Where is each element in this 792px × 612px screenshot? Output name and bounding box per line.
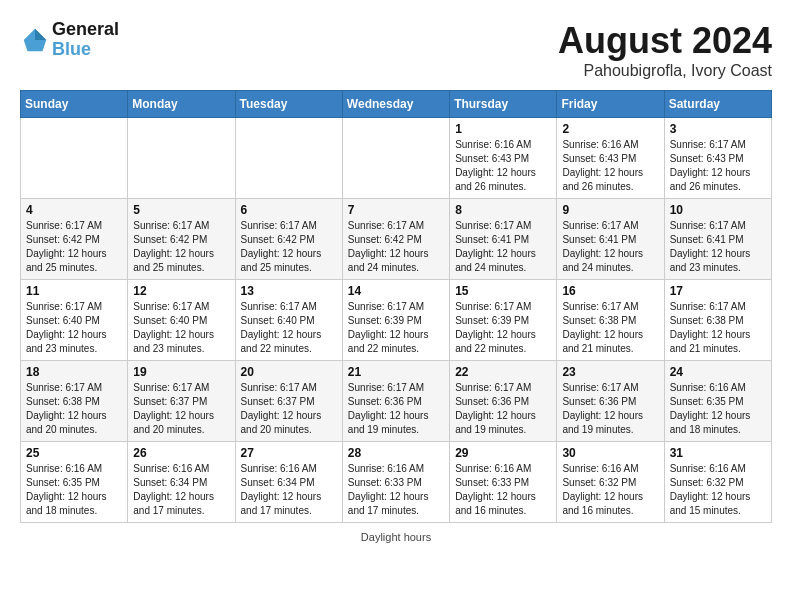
day-number: 11 xyxy=(26,284,122,298)
daylight-note: Daylight hours xyxy=(361,531,431,543)
calendar-cell: 29Sunrise: 6:16 AM Sunset: 6:33 PM Dayli… xyxy=(450,442,557,523)
day-number: 12 xyxy=(133,284,229,298)
col-header-sunday: Sunday xyxy=(21,91,128,118)
calendar-cell xyxy=(21,118,128,199)
footer-note: Daylight hours xyxy=(20,531,772,543)
day-number: 3 xyxy=(670,122,766,136)
day-info: Sunrise: 6:17 AM Sunset: 6:40 PM Dayligh… xyxy=(133,300,229,356)
day-info: Sunrise: 6:17 AM Sunset: 6:36 PM Dayligh… xyxy=(348,381,444,437)
calendar-cell: 13Sunrise: 6:17 AM Sunset: 6:40 PM Dayli… xyxy=(235,280,342,361)
calendar-cell: 24Sunrise: 6:16 AM Sunset: 6:35 PM Dayli… xyxy=(664,361,771,442)
day-number: 24 xyxy=(670,365,766,379)
logo: General Blue xyxy=(20,20,119,60)
day-info: Sunrise: 6:17 AM Sunset: 6:42 PM Dayligh… xyxy=(241,219,337,275)
calendar-week-row: 1Sunrise: 6:16 AM Sunset: 6:43 PM Daylig… xyxy=(21,118,772,199)
day-number: 7 xyxy=(348,203,444,217)
calendar-cell: 9Sunrise: 6:17 AM Sunset: 6:41 PM Daylig… xyxy=(557,199,664,280)
day-info: Sunrise: 6:16 AM Sunset: 6:35 PM Dayligh… xyxy=(26,462,122,518)
day-info: Sunrise: 6:17 AM Sunset: 6:42 PM Dayligh… xyxy=(26,219,122,275)
col-header-monday: Monday xyxy=(128,91,235,118)
day-info: Sunrise: 6:17 AM Sunset: 6:41 PM Dayligh… xyxy=(562,219,658,275)
day-number: 18 xyxy=(26,365,122,379)
day-info: Sunrise: 6:17 AM Sunset: 6:39 PM Dayligh… xyxy=(455,300,551,356)
calendar-header-row: SundayMondayTuesdayWednesdayThursdayFrid… xyxy=(21,91,772,118)
day-info: Sunrise: 6:17 AM Sunset: 6:40 PM Dayligh… xyxy=(241,300,337,356)
calendar-cell: 22Sunrise: 6:17 AM Sunset: 6:36 PM Dayli… xyxy=(450,361,557,442)
day-number: 29 xyxy=(455,446,551,460)
calendar-cell: 7Sunrise: 6:17 AM Sunset: 6:42 PM Daylig… xyxy=(342,199,449,280)
day-info: Sunrise: 6:17 AM Sunset: 6:39 PM Dayligh… xyxy=(348,300,444,356)
day-number: 2 xyxy=(562,122,658,136)
calendar-cell xyxy=(128,118,235,199)
calendar-cell: 12Sunrise: 6:17 AM Sunset: 6:40 PM Dayli… xyxy=(128,280,235,361)
col-header-thursday: Thursday xyxy=(450,91,557,118)
day-number: 28 xyxy=(348,446,444,460)
calendar-cell: 4Sunrise: 6:17 AM Sunset: 6:42 PM Daylig… xyxy=(21,199,128,280)
calendar-cell: 21Sunrise: 6:17 AM Sunset: 6:36 PM Dayli… xyxy=(342,361,449,442)
col-header-wednesday: Wednesday xyxy=(342,91,449,118)
day-info: Sunrise: 6:16 AM Sunset: 6:32 PM Dayligh… xyxy=(562,462,658,518)
location-title: Pahoubigrofla, Ivory Coast xyxy=(558,62,772,80)
calendar-cell: 3Sunrise: 6:17 AM Sunset: 6:43 PM Daylig… xyxy=(664,118,771,199)
calendar-cell: 31Sunrise: 6:16 AM Sunset: 6:32 PM Dayli… xyxy=(664,442,771,523)
day-number: 9 xyxy=(562,203,658,217)
day-info: Sunrise: 6:17 AM Sunset: 6:36 PM Dayligh… xyxy=(455,381,551,437)
day-number: 20 xyxy=(241,365,337,379)
day-info: Sunrise: 6:17 AM Sunset: 6:41 PM Dayligh… xyxy=(670,219,766,275)
day-number: 19 xyxy=(133,365,229,379)
day-number: 26 xyxy=(133,446,229,460)
day-number: 8 xyxy=(455,203,551,217)
day-number: 16 xyxy=(562,284,658,298)
day-info: Sunrise: 6:16 AM Sunset: 6:43 PM Dayligh… xyxy=(562,138,658,194)
day-info: Sunrise: 6:17 AM Sunset: 6:40 PM Dayligh… xyxy=(26,300,122,356)
day-info: Sunrise: 6:17 AM Sunset: 6:37 PM Dayligh… xyxy=(241,381,337,437)
calendar-cell: 23Sunrise: 6:17 AM Sunset: 6:36 PM Dayli… xyxy=(557,361,664,442)
day-info: Sunrise: 6:17 AM Sunset: 6:36 PM Dayligh… xyxy=(562,381,658,437)
col-header-tuesday: Tuesday xyxy=(235,91,342,118)
day-number: 31 xyxy=(670,446,766,460)
calendar-cell xyxy=(342,118,449,199)
calendar-table: SundayMondayTuesdayWednesdayThursdayFrid… xyxy=(20,90,772,523)
calendar-week-row: 4Sunrise: 6:17 AM Sunset: 6:42 PM Daylig… xyxy=(21,199,772,280)
day-number: 5 xyxy=(133,203,229,217)
day-number: 13 xyxy=(241,284,337,298)
calendar-cell xyxy=(235,118,342,199)
day-info: Sunrise: 6:16 AM Sunset: 6:43 PM Dayligh… xyxy=(455,138,551,194)
calendar-cell: 17Sunrise: 6:17 AM Sunset: 6:38 PM Dayli… xyxy=(664,280,771,361)
calendar-week-row: 11Sunrise: 6:17 AM Sunset: 6:40 PM Dayli… xyxy=(21,280,772,361)
day-info: Sunrise: 6:17 AM Sunset: 6:42 PM Dayligh… xyxy=(348,219,444,275)
title-block: August 2024 Pahoubigrofla, Ivory Coast xyxy=(558,20,772,80)
day-number: 10 xyxy=(670,203,766,217)
day-number: 21 xyxy=(348,365,444,379)
col-header-saturday: Saturday xyxy=(664,91,771,118)
logo-icon xyxy=(20,25,50,55)
calendar-cell: 10Sunrise: 6:17 AM Sunset: 6:41 PM Dayli… xyxy=(664,199,771,280)
day-info: Sunrise: 6:16 AM Sunset: 6:33 PM Dayligh… xyxy=(455,462,551,518)
calendar-cell: 19Sunrise: 6:17 AM Sunset: 6:37 PM Dayli… xyxy=(128,361,235,442)
calendar-week-row: 25Sunrise: 6:16 AM Sunset: 6:35 PM Dayli… xyxy=(21,442,772,523)
calendar-week-row: 18Sunrise: 6:17 AM Sunset: 6:38 PM Dayli… xyxy=(21,361,772,442)
calendar-cell: 11Sunrise: 6:17 AM Sunset: 6:40 PM Dayli… xyxy=(21,280,128,361)
calendar-cell: 28Sunrise: 6:16 AM Sunset: 6:33 PM Dayli… xyxy=(342,442,449,523)
day-number: 23 xyxy=(562,365,658,379)
day-info: Sunrise: 6:17 AM Sunset: 6:42 PM Dayligh… xyxy=(133,219,229,275)
day-info: Sunrise: 6:17 AM Sunset: 6:38 PM Dayligh… xyxy=(562,300,658,356)
day-number: 4 xyxy=(26,203,122,217)
day-info: Sunrise: 6:17 AM Sunset: 6:43 PM Dayligh… xyxy=(670,138,766,194)
day-info: Sunrise: 6:16 AM Sunset: 6:34 PM Dayligh… xyxy=(241,462,337,518)
calendar-cell: 20Sunrise: 6:17 AM Sunset: 6:37 PM Dayli… xyxy=(235,361,342,442)
calendar-cell: 18Sunrise: 6:17 AM Sunset: 6:38 PM Dayli… xyxy=(21,361,128,442)
calendar-cell: 16Sunrise: 6:17 AM Sunset: 6:38 PM Dayli… xyxy=(557,280,664,361)
day-info: Sunrise: 6:17 AM Sunset: 6:38 PM Dayligh… xyxy=(670,300,766,356)
day-number: 15 xyxy=(455,284,551,298)
calendar-cell: 2Sunrise: 6:16 AM Sunset: 6:43 PM Daylig… xyxy=(557,118,664,199)
day-info: Sunrise: 6:17 AM Sunset: 6:38 PM Dayligh… xyxy=(26,381,122,437)
day-info: Sunrise: 6:16 AM Sunset: 6:35 PM Dayligh… xyxy=(670,381,766,437)
calendar-cell: 25Sunrise: 6:16 AM Sunset: 6:35 PM Dayli… xyxy=(21,442,128,523)
day-info: Sunrise: 6:17 AM Sunset: 6:37 PM Dayligh… xyxy=(133,381,229,437)
day-number: 30 xyxy=(562,446,658,460)
calendar-cell: 30Sunrise: 6:16 AM Sunset: 6:32 PM Dayli… xyxy=(557,442,664,523)
calendar-cell: 5Sunrise: 6:17 AM Sunset: 6:42 PM Daylig… xyxy=(128,199,235,280)
calendar-cell: 26Sunrise: 6:16 AM Sunset: 6:34 PM Dayli… xyxy=(128,442,235,523)
day-number: 14 xyxy=(348,284,444,298)
